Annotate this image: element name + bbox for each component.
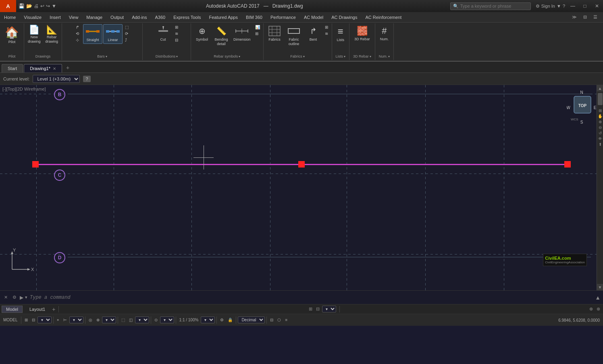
sign-in-btn[interactable]: Sign In: [541, 4, 555, 8]
scroll-track[interactable]: ⊞ ✋ ⊕ ⊖ ↺ 👁 ⬆: [597, 91, 603, 284]
lock-btn[interactable]: 🔒: [226, 317, 234, 323]
straight-button[interactable]: Straight: [83, 24, 102, 44]
bar-small-1[interactable]: ↱: [74, 24, 81, 30]
3d-rebar-group-label[interactable]: 3D Rebar ▾: [351, 54, 373, 59]
zoom-out-icon[interactable]: ⊖: [598, 125, 603, 130]
symbols-group-label[interactable]: Rebar symbols ▾: [193, 54, 262, 59]
look-icon[interactable]: 👁: [598, 136, 603, 141]
menu-output[interactable]: Output: [106, 12, 128, 22]
menu-ac-reinforcement[interactable]: AC Reinforcement: [361, 12, 405, 22]
new-tab-button[interactable]: +: [63, 63, 73, 72]
expand-icon[interactable]: ▼: [557, 4, 561, 8]
bar-right-2[interactable]: ⟳: [123, 31, 130, 37]
menu-view[interactable]: View: [65, 12, 83, 22]
grid-mode-select[interactable]: ▾: [37, 316, 52, 323]
viewport-btn[interactable]: ◫: [127, 317, 134, 323]
fabric-outline-button[interactable]: Fabricoutline: [285, 24, 303, 48]
lists-group-label[interactable]: Lists ▾: [334, 54, 348, 59]
3d-btn[interactable]: ⬚: [120, 317, 127, 323]
menu-visualize[interactable]: Visualize: [20, 12, 46, 22]
search-input[interactable]: [460, 4, 525, 8]
bent-button[interactable]: ↱ Bent: [304, 24, 322, 43]
bar-small-3[interactable]: ⊹: [74, 37, 81, 43]
walk-icon[interactable]: ⬆: [598, 142, 603, 147]
menu-bim360[interactable]: BIM 360: [242, 12, 266, 22]
redo-icon[interactable]: ↪: [46, 3, 50, 9]
linear-button[interactable]: Linear: [103, 24, 123, 44]
isolate-btn[interactable]: ⊟: [268, 317, 275, 323]
command-close-btn[interactable]: ✕: [2, 294, 9, 301]
3d-rebar-button[interactable]: 🧱 3D Rebar: [351, 24, 373, 43]
bar-small-2[interactable]: ⟲: [74, 31, 81, 37]
new-drawing-button[interactable]: 📄 Newdrawing: [26, 24, 43, 45]
fabrics-dropdown[interactable]: ▾: [303, 55, 305, 58]
zoom-extents-icon[interactable]: ⊞: [598, 108, 603, 113]
command-settings-btn[interactable]: ⚙: [11, 294, 18, 301]
symbol-button[interactable]: ⊕ Symbol: [193, 24, 211, 43]
grid-btn[interactable]: ⊞: [23, 317, 29, 323]
symbols-dropdown[interactable]: ▾: [239, 55, 240, 58]
sym-btn-2[interactable]: ⊞: [254, 31, 262, 37]
fab-btn-2[interactable]: ≋: [323, 31, 330, 37]
menu-a360[interactable]: A360: [151, 12, 169, 22]
scroll-down-btn[interactable]: ▼: [597, 284, 603, 290]
tab-drawing1[interactable]: Drawing1* ✕: [24, 64, 62, 72]
search-box[interactable]: 🔍: [450, 2, 531, 10]
pilot-button[interactable]: 🏠 Pilot: [2, 24, 22, 46]
quick-access-toolbar[interactable]: 💾 📂 🖨 ↩ ↪ ▼: [16, 3, 59, 9]
lists-dropdown[interactable]: ▾: [344, 55, 345, 58]
annotation-select[interactable]: ▾: [160, 316, 174, 323]
ribbon-collapse-btn[interactable]: ⊟: [581, 14, 589, 21]
num-group-label[interactable]: Num. ▾: [377, 54, 392, 59]
print-icon[interactable]: 🖨: [34, 3, 39, 9]
undo-icon[interactable]: ↩: [40, 3, 44, 9]
grid-select[interactable]: ▾: [322, 306, 336, 312]
menu-manage[interactable]: Manage: [82, 12, 106, 22]
dist-btn-2[interactable]: ≋: [173, 31, 180, 37]
distributions-dropdown[interactable]: ▾: [176, 55, 178, 58]
settings-btn[interactable]: ⚙: [218, 317, 225, 323]
scroll-up-btn[interactable]: ▲: [597, 85, 603, 91]
tab-drawing1-close[interactable]: ✕: [53, 66, 56, 71]
distributions-group-label[interactable]: Distributions ▾: [144, 54, 189, 59]
level-select[interactable]: Level 1 (+3.00m): [33, 75, 80, 83]
grid-snap-btn[interactable]: ⊟: [30, 317, 37, 323]
command-scroll-btn[interactable]: ▲: [595, 294, 601, 301]
menu-express-tools[interactable]: Express Tools: [169, 12, 205, 22]
pan-icon[interactable]: ✋: [598, 114, 603, 118]
dimension-button[interactable]: Dimension: [231, 24, 253, 43]
dist-btn-1[interactable]: ⊞: [173, 24, 180, 30]
scale-select[interactable]: ▾: [201, 316, 215, 323]
drawing-area[interactable]: [-][Top][2D Wireframe] B C: [0, 85, 603, 290]
cut-button[interactable]: Cut: [154, 24, 173, 43]
rebar-drawing-button[interactable]: 📐 Rebardrawing: [44, 24, 60, 45]
otrack-btn[interactable]: ⊕: [95, 317, 101, 323]
ortho-btn[interactable]: ⊢: [62, 317, 69, 323]
snap-icon-2[interactable]: ⊗: [595, 306, 601, 312]
sym-btn-1[interactable]: 📊: [254, 24, 262, 30]
annotation-btn[interactable]: ⊙: [153, 317, 159, 323]
polar-btn[interactable]: ⌖: [55, 317, 61, 323]
bending-detail-button[interactable]: 📏 Bendingdetail: [212, 24, 231, 48]
menu-ac-drawings[interactable]: AC Drawings: [327, 12, 361, 22]
menu-insert[interactable]: Insert: [46, 12, 65, 22]
level-help-button[interactable]: ?: [83, 76, 90, 82]
fab-btn-1[interactable]: ⊞: [323, 24, 330, 30]
bars-group-label[interactable]: Bars ▾: [64, 54, 141, 59]
viewport-select[interactable]: ▾: [135, 316, 149, 323]
menu-ac-model[interactable]: AC Model: [300, 12, 327, 22]
command-input[interactable]: [30, 295, 593, 300]
snap-select[interactable]: ▾: [69, 316, 83, 323]
menu-home[interactable]: Home: [0, 12, 20, 22]
add-layout-btn[interactable]: +: [52, 306, 55, 312]
grid-icon[interactable]: ⊞: [308, 306, 314, 312]
num-button[interactable]: # Num.: [377, 24, 392, 43]
close-button[interactable]: ✕: [591, 0, 603, 12]
3d-rebar-dropdown[interactable]: ▾: [370, 55, 371, 58]
units-select[interactable]: Decimal: [238, 316, 265, 323]
osnap-btn[interactable]: ◎: [87, 317, 94, 323]
grid2-icon[interactable]: ⊟: [315, 306, 321, 312]
snap-icon-1[interactable]: ⊕: [588, 306, 594, 312]
minimize-button[interactable]: —: [567, 0, 579, 12]
open-icon[interactable]: 📂: [26, 3, 32, 9]
